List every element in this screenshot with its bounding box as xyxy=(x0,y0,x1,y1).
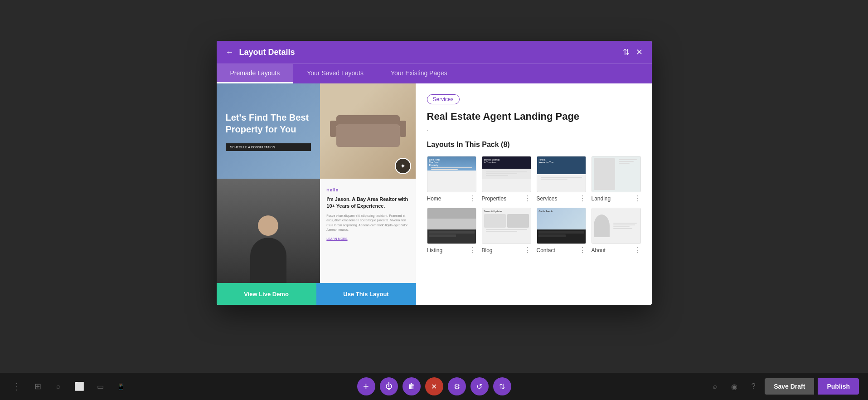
layout-label: Blog xyxy=(482,247,493,254)
layout-title: Real Estate Agent Landing Page xyxy=(427,111,641,122)
thumb-listing[interactable] xyxy=(427,208,476,244)
layout-label: Landing xyxy=(592,195,611,202)
preview-headline: Let's Find The Best Property for You xyxy=(226,112,311,135)
tab-existing-pages[interactable]: Your Existing Pages xyxy=(377,64,461,83)
trash-button[interactable]: 🗑 xyxy=(402,377,421,395)
modal-header-right: ⇅ ✕ xyxy=(623,47,643,57)
sofa-body xyxy=(336,124,400,147)
category-badge: Services xyxy=(427,94,460,104)
learn-more-link[interactable]: LEARN MORE xyxy=(326,237,347,240)
list-item: Browse ListingsIn Your Area Properties ⋮ xyxy=(482,156,531,202)
layout-menu-icon[interactable]: ⋮ xyxy=(524,247,531,254)
list-item: Get In Touch Contact ⋮ xyxy=(537,208,586,254)
layouts-grid: Let's FindThe BestProperty Home ⋮ xyxy=(427,156,641,254)
search-button[interactable]: ⌕ xyxy=(51,379,66,394)
power-button[interactable]: ⏻ xyxy=(380,377,398,395)
mobile-view-button[interactable]: 📱 xyxy=(113,379,129,394)
layout-menu-icon[interactable]: ⋮ xyxy=(579,195,586,202)
list-item: Terms & Updates Blog ⋮ xyxy=(482,208,531,254)
layout-menu-icon[interactable]: ⋮ xyxy=(634,195,641,202)
layout-label-row: Listing ⋮ xyxy=(427,247,476,254)
layout-menu-icon[interactable]: ⋮ xyxy=(524,195,531,202)
modal-tabs: Premade Layouts Your Saved Layouts Your … xyxy=(217,63,652,83)
layout-label: Contact xyxy=(537,247,555,254)
adjust-button[interactable]: ⇅ xyxy=(493,377,511,395)
layout-label-row: About ⋮ xyxy=(592,247,641,254)
layout-label-row: Landing ⋮ xyxy=(592,195,641,202)
back-arrow-icon[interactable]: ← xyxy=(226,48,234,57)
thumb-blog[interactable]: Terms & Updates xyxy=(482,208,531,244)
dots-menu-button[interactable]: ⋮ xyxy=(9,379,24,394)
modal-header: ← Layout Details ⇅ ✕ xyxy=(217,41,652,63)
modal-title: Layout Details xyxy=(239,48,295,57)
star-icon: ✦ xyxy=(400,162,406,170)
preview-panel: Let's Find The Best Property for You SCH… xyxy=(217,83,416,305)
person-silhouette xyxy=(217,179,320,283)
view-live-demo-button[interactable]: View Live Demo xyxy=(217,283,316,305)
layout-label: About xyxy=(592,247,606,254)
add-button[interactable]: + xyxy=(357,377,375,395)
thumb-contact[interactable]: Get In Touch xyxy=(537,208,586,244)
layout-details-modal: ← Layout Details ⇅ ✕ Premade Layouts You… xyxy=(217,41,652,305)
list-item: Listing ⋮ xyxy=(427,208,476,254)
preview-person xyxy=(217,179,320,283)
tablet-view-button[interactable]: ▭ xyxy=(92,379,108,394)
publish-button[interactable]: Publish xyxy=(818,378,859,395)
layout-label-row: Properties ⋮ xyxy=(482,195,531,202)
thumb-services[interactable]: Find aHome for You xyxy=(537,156,586,192)
sofa-arm-left xyxy=(330,121,336,137)
preview-buttons: View Live Demo Use This Layout xyxy=(217,283,416,305)
search-icon-btn[interactable]: ⌕ xyxy=(708,379,723,394)
head-circle xyxy=(258,215,278,236)
list-item: About ⋮ xyxy=(592,208,641,254)
preview-bottom: Hello I'm Jason. A Bay Area Realtor with… xyxy=(217,179,416,283)
toolbar-center: + ⏻ 🗑 ✕ ⚙ ↺ ⇅ xyxy=(357,377,511,395)
body-shape xyxy=(250,238,286,283)
layout-menu-icon[interactable]: ⋮ xyxy=(579,247,586,254)
help-icon-btn[interactable]: ? xyxy=(746,379,761,394)
thumb-home[interactable]: Let's FindThe BestProperty xyxy=(427,156,476,192)
preview-left-blue: Let's Find The Best Property for You SCH… xyxy=(217,83,320,179)
settings-button[interactable]: ⚙ xyxy=(448,377,466,395)
preview-right-image: ✦ xyxy=(320,83,416,179)
grid-view-button[interactable]: ⊞ xyxy=(30,379,45,394)
schedule-btn[interactable]: SCHEDULE A CONSULTATION xyxy=(226,143,311,151)
save-draft-button[interactable]: Save Draft xyxy=(765,378,814,395)
use-this-layout-button[interactable]: Use This Layout xyxy=(316,283,416,305)
list-item: Let's FindThe BestProperty Home ⋮ xyxy=(427,156,476,202)
sort-icon[interactable]: ⇅ xyxy=(623,47,630,57)
toolbar-left: ⋮ ⊞ ⌕ ⬜ ▭ 📱 xyxy=(9,379,129,394)
layout-menu-icon[interactable]: ⋮ xyxy=(469,247,476,254)
preview-content: Let's Find The Best Property for You SCH… xyxy=(217,83,416,283)
layout-menu-icon[interactable]: ⋮ xyxy=(634,247,641,254)
tab-saved-layouts[interactable]: Your Saved Layouts xyxy=(293,64,377,83)
layout-label-row: Contact ⋮ xyxy=(537,247,586,254)
thumb-about[interactable] xyxy=(592,208,641,244)
info-panel: Services Real Estate Agent Landing Page … xyxy=(416,83,652,305)
modal-overlay: ← Layout Details ⇅ ✕ Premade Layouts You… xyxy=(0,0,868,373)
sofa-arm-right xyxy=(400,121,406,137)
layout-label: Listing xyxy=(427,247,443,254)
pack-title: Layouts In This Pack (8) xyxy=(427,141,641,149)
thumb-landing[interactable] xyxy=(592,156,641,192)
thumb-properties[interactable]: Browse ListingsIn Your Area xyxy=(482,156,531,192)
layout-label: Services xyxy=(537,195,558,202)
close-button[interactable]: ✕ xyxy=(425,377,443,395)
divi-icon-btn[interactable]: ◉ xyxy=(727,379,742,394)
close-modal-icon[interactable]: ✕ xyxy=(636,47,643,57)
layout-label-row: Services ⋮ xyxy=(537,195,586,202)
layout-menu-icon[interactable]: ⋮ xyxy=(469,195,476,202)
list-item: Find aHome for You Services ⋮ xyxy=(537,156,586,202)
agent-description: Fusce vitae aliquam elit adipiscing tinc… xyxy=(326,214,409,233)
history-button[interactable]: ↺ xyxy=(470,377,489,395)
tab-premade-layouts[interactable]: Premade Layouts xyxy=(217,64,294,83)
layout-dot: . xyxy=(427,125,641,132)
layout-label-row: Home ⋮ xyxy=(427,195,476,202)
preview-top: Let's Find The Best Property for You SCH… xyxy=(217,83,416,179)
layout-label: Home xyxy=(427,195,441,202)
layout-label: Properties xyxy=(482,195,507,202)
desktop-view-button[interactable]: ⬜ xyxy=(72,379,87,394)
hello-tag: Hello xyxy=(326,188,409,192)
list-item: Landing ⋮ xyxy=(592,156,641,202)
preview-text-col: Hello I'm Jason. A Bay Area Realtor with… xyxy=(320,179,416,283)
